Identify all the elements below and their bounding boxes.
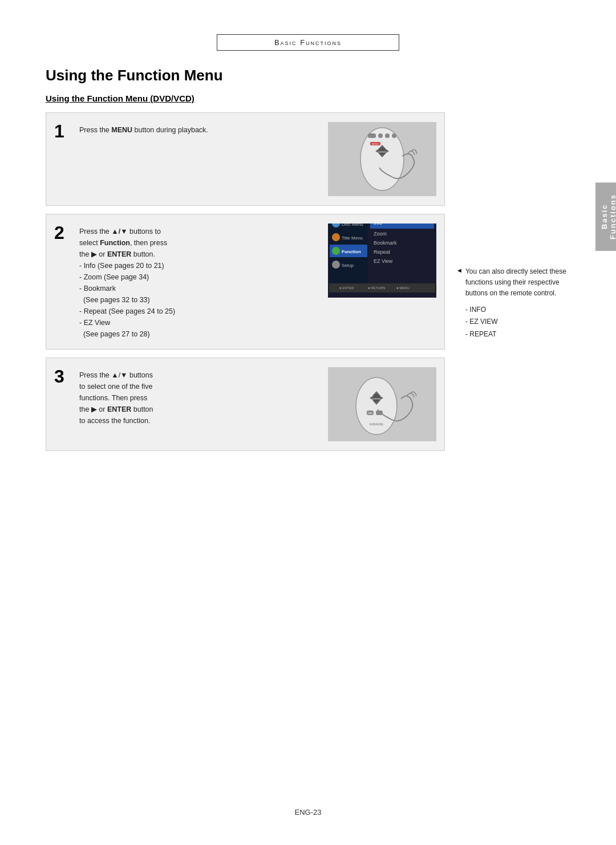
svg-text:Disc Menu: Disc Menu bbox=[342, 224, 363, 227]
bullet-triangle-icon: ◄ bbox=[456, 267, 463, 274]
step-2-number: 2 bbox=[54, 224, 70, 242]
svg-text:Info: Info bbox=[374, 224, 382, 226]
remote-hand-svg-3: ENTER KAR KARAOKE bbox=[328, 367, 436, 441]
svg-text:Function: Function bbox=[342, 249, 361, 254]
svg-text:Bookmark: Bookmark bbox=[374, 240, 397, 246]
svg-point-39 bbox=[356, 377, 397, 434]
svg-text:KARAOKE: KARAOKE bbox=[370, 422, 384, 426]
menu-screen-svg: Disc Menu Title Menu Function Setup bbox=[328, 224, 436, 298]
step-1-image: ENTER MENU bbox=[328, 122, 436, 196]
svg-text:EZ View: EZ View bbox=[374, 258, 393, 264]
header-title: Basic Functions bbox=[274, 38, 342, 47]
svg-text:Setup: Setup bbox=[342, 263, 354, 268]
step-1-box: 1 Press the MENU button during playback. bbox=[46, 112, 445, 206]
svg-rect-5 bbox=[392, 133, 396, 138]
notes-item-info: - INFO bbox=[465, 304, 570, 316]
steps-column: 1 Press the MENU button during playback. bbox=[46, 112, 445, 459]
step-3-number: 3 bbox=[54, 367, 70, 385]
step-1-content: Press the MENU button during playback. bbox=[79, 122, 317, 136]
svg-text:Title Menu: Title Menu bbox=[342, 235, 363, 241]
steps-and-notes: 1 Press the MENU button during playback. bbox=[46, 112, 570, 459]
svg-text:ENTER: ENTER bbox=[372, 397, 380, 400]
step-1-number: 1 bbox=[54, 122, 70, 140]
svg-point-23 bbox=[332, 247, 340, 255]
notes-column: ◄ You can also directly select these fun… bbox=[445, 112, 570, 459]
svg-rect-4 bbox=[385, 133, 390, 138]
notes-item-ezview: - EZ VIEW bbox=[465, 316, 570, 328]
section-heading: Using the Function Menu (DVD/VCD) bbox=[46, 94, 570, 103]
svg-text:KAR: KAR bbox=[368, 412, 372, 415]
notes-bullet-row: ◄ You can also directly select these fun… bbox=[456, 266, 570, 299]
step-2-box: 2 Press the ▲/▼ buttons to select Functi… bbox=[46, 214, 445, 350]
notes-items: - INFO - EZ VIEW - REPEAT bbox=[465, 304, 570, 341]
remote-hand-svg-1: ENTER MENU bbox=[328, 122, 436, 196]
step-1-bold: MENU bbox=[111, 126, 132, 134]
svg-rect-3 bbox=[378, 133, 383, 138]
header-box: Basic Functions bbox=[217, 34, 399, 51]
step-3-content: Press the ▲/▼ buttons to select one of t… bbox=[79, 367, 317, 426]
svg-text:ENTER: ENTER bbox=[378, 151, 386, 153]
step-3-box: 3 Press the ▲/▼ buttons to select one of… bbox=[46, 358, 445, 451]
side-tab: BasicFunctions bbox=[595, 182, 616, 251]
main-title: Using the Function Menu bbox=[46, 67, 570, 84]
svg-point-20 bbox=[332, 233, 340, 241]
notes-main-text: You can also directly select these funct… bbox=[465, 266, 570, 299]
svg-text:● RETURN: ● RETURN bbox=[368, 286, 385, 290]
step-2-image: Disc Menu Title Menu Function Setup bbox=[328, 224, 436, 298]
side-tab-line1: BasicFunctions bbox=[600, 194, 616, 239]
svg-point-26 bbox=[332, 261, 340, 269]
svg-text:Zoom: Zoom bbox=[374, 231, 387, 237]
notes-item-repeat: - REPEAT bbox=[465, 328, 570, 341]
svg-text:● ENTER: ● ENTER bbox=[339, 286, 354, 290]
page-number: ENG-23 bbox=[295, 808, 322, 816]
svg-text:● MENU: ● MENU bbox=[396, 286, 410, 290]
step-3-image: ENTER KAR KARAOKE bbox=[328, 367, 436, 441]
svg-text:MENU: MENU bbox=[372, 143, 379, 145]
step-2-content: Press the ▲/▼ buttons to select Function… bbox=[79, 224, 317, 340]
svg-rect-2 bbox=[368, 133, 376, 138]
svg-text:Repeat: Repeat bbox=[374, 249, 391, 255]
